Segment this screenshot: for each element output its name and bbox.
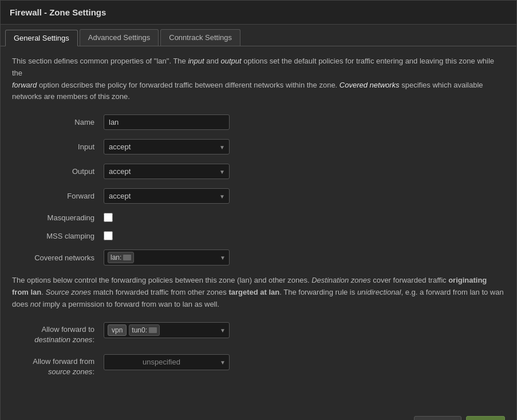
desc-forward: forward xyxy=(12,81,37,89)
allow-forward-to-row: Allow forward to destination zones: vpn … xyxy=(12,322,505,345)
allow-forward-from-multiselect[interactable]: unspecified ▼ xyxy=(104,354,230,370)
output-select-wrapper: accept drop reject ▼ xyxy=(104,164,230,179)
covered-lan-text: lan: xyxy=(110,253,121,261)
allow-forward-from-arrow: ▼ xyxy=(220,359,226,365)
fwd-not: not xyxy=(30,300,41,308)
dismiss-button[interactable]: Dismiss xyxy=(414,416,462,420)
output-label: Output xyxy=(12,167,104,176)
main-content: This section defines common properties o… xyxy=(1,46,516,395)
fwd-desc3: . xyxy=(41,288,45,296)
desc-covered: Covered networks xyxy=(340,81,400,89)
fwd-dest-zones: Destination zones xyxy=(311,276,370,284)
description-text: This section defines common properties o… xyxy=(12,56,505,103)
covered-networks-select-wrapper: lan: ▼ xyxy=(104,249,230,266)
allow-forward-to-colon: : xyxy=(92,335,94,344)
tabs-bar: General Settings Advanced Settings Connt… xyxy=(1,25,516,46)
fwd-desc7: imply a permission to forward from wan t… xyxy=(41,300,219,308)
name-input[interactable] xyxy=(104,114,230,130)
vpn-tag: vpn xyxy=(108,324,127,336)
forward-select-wrapper: accept drop reject ▼ xyxy=(104,188,230,204)
forward-label: Forward xyxy=(12,192,104,200)
fwd-desc4: match forwarded traffic from other zones xyxy=(91,288,228,296)
desc-part4: option describes the policy for forwarde… xyxy=(37,81,339,89)
allow-forward-from-colon: : xyxy=(92,367,94,376)
allow-forward-from-select-wrapper: unspecified ▼ xyxy=(104,354,230,370)
tun0-tag: tun0: xyxy=(129,324,160,336)
unspecified-text: unspecified xyxy=(108,358,215,366)
tab-conntrack[interactable]: Conntrack Settings xyxy=(160,29,240,46)
page-title: Firewall - Zone Settings xyxy=(1,1,516,25)
tun0-icon xyxy=(149,327,157,333)
mss-label: MSS clamping xyxy=(12,232,104,240)
mss-row: MSS clamping xyxy=(12,231,505,240)
mss-checkbox[interactable] xyxy=(104,231,113,240)
forwarding-description: The options below control the forwarding… xyxy=(12,275,505,310)
tun0-text: tun0: xyxy=(132,326,147,334)
covered-networks-multiselect[interactable]: lan: ▼ xyxy=(104,249,230,266)
input-label: Input xyxy=(12,142,104,151)
allow-forward-from-label: Allow forward from source zones: xyxy=(12,354,104,377)
allow-forward-from-text1: Allow forward from xyxy=(33,357,94,366)
input-select-wrapper: accept drop reject ▼ xyxy=(104,139,230,154)
fwd-desc1: The options below control the forwarding… xyxy=(12,276,311,284)
fwd-unidirectional: unidirectional xyxy=(357,288,401,296)
desc-part1: This section defines common properties o… xyxy=(12,57,188,65)
desc-input: input xyxy=(188,57,204,65)
allow-forward-to-text1: Allow forward to xyxy=(42,325,94,334)
footer-buttons: Dismiss Save xyxy=(1,407,516,420)
name-label: Name xyxy=(12,118,104,126)
tab-advanced[interactable]: Advanced Settings xyxy=(80,29,159,46)
desc-part2: and xyxy=(204,57,221,65)
masquerading-label: Masquerading xyxy=(12,213,104,222)
fwd-targeted: targeted at lan xyxy=(228,288,279,296)
covered-networks-arrow: ▼ xyxy=(220,255,226,261)
allow-forward-to-select-wrapper: vpn tun0: ▼ xyxy=(104,322,230,338)
input-select[interactable]: accept drop reject xyxy=(104,139,230,154)
save-button[interactable]: Save xyxy=(466,416,505,420)
desc-output: output xyxy=(221,57,242,65)
allow-forward-to-arrow: ▼ xyxy=(220,327,226,333)
fwd-desc2: cover forwarded traffic xyxy=(371,276,449,284)
fwd-desc5: . The forwarding rule is xyxy=(279,288,357,296)
allow-forward-to-dest: destination zones xyxy=(34,335,92,344)
allow-forward-to-multiselect[interactable]: vpn tun0: ▼ xyxy=(104,322,230,338)
covered-networks-label: Covered networks xyxy=(12,253,104,262)
covered-networks-row: Covered networks lan: ▼ xyxy=(12,249,505,266)
allow-forward-to-label: Allow forward to destination zones: xyxy=(12,322,104,345)
allow-forward-from-row: Allow forward from source zones: unspeci… xyxy=(12,354,505,377)
tab-general[interactable]: General Settings xyxy=(5,30,78,46)
allow-forward-from-source: source zones xyxy=(48,367,92,376)
page-wrapper: Firewall - Zone Settings General Setting… xyxy=(0,0,517,420)
forward-row: Forward accept drop reject ▼ xyxy=(12,188,505,204)
masquerading-row: Masquerading xyxy=(12,213,505,222)
covered-lan-icon xyxy=(123,255,131,260)
masquerading-checkbox[interactable] xyxy=(104,213,113,222)
name-row: Name xyxy=(12,114,505,130)
fwd-source-zones: Source zones xyxy=(46,288,92,296)
output-select[interactable]: accept drop reject xyxy=(104,164,230,179)
forward-select[interactable]: accept drop reject xyxy=(104,188,230,204)
output-row: Output accept drop reject ▼ xyxy=(12,164,505,179)
input-row: Input accept drop reject ▼ xyxy=(12,139,505,154)
covered-lan-tag: lan: xyxy=(108,252,134,263)
